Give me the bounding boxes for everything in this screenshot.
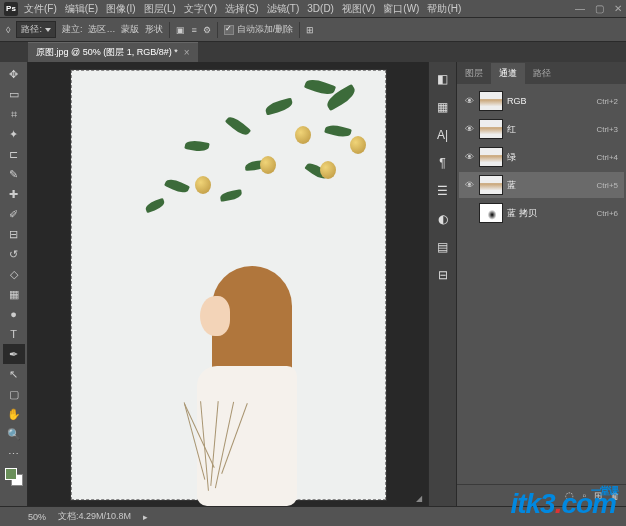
move-tool[interactable]: ✥ <box>3 64 25 84</box>
minimize-icon[interactable]: — <box>575 3 585 14</box>
channel-name: 绿 <box>507 151 516 164</box>
channel-shortcut: Ctrl+6 <box>596 209 618 218</box>
zoom-tool[interactable]: 🔍 <box>3 424 25 444</box>
channel-shortcut: Ctrl+4 <box>596 153 618 162</box>
document-canvas[interactable] <box>71 70 386 500</box>
tool-preset-icon[interactable]: ◊ <box>6 25 10 35</box>
quick-select-tool[interactable]: ✦ <box>3 124 25 144</box>
path-select-tool[interactable]: ↖ <box>3 364 25 384</box>
channels-list: 👁RGBCtrl+2👁红Ctrl+3👁绿Ctrl+4👁蓝Ctrl+5蓝 拷贝Ct… <box>457 84 626 230</box>
right-panels: 图层 通道 路径 👁RGBCtrl+2👁红Ctrl+3👁绿Ctrl+4👁蓝Ctr… <box>456 62 626 506</box>
tab-layers[interactable]: 图层 <box>457 63 491 84</box>
app-logo: Ps <box>4 2 18 16</box>
channel-shortcut: Ctrl+2 <box>596 97 618 106</box>
clone-panel-icon[interactable]: ⊟ <box>434 266 452 284</box>
hand-tool[interactable]: ✋ <box>3 404 25 424</box>
channel-row[interactable]: 👁绿Ctrl+4 <box>459 144 624 170</box>
close-icon[interactable]: ✕ <box>614 3 622 14</box>
pen-tool[interactable]: ✒ <box>3 344 25 364</box>
channel-row[interactable]: 👁蓝Ctrl+5 <box>459 172 624 198</box>
document-tabs: 原图.jpg @ 50% (图层 1, RGB/8#) * × <box>0 42 626 62</box>
path-align-icon[interactable]: ≡ <box>191 25 196 35</box>
menu-layer[interactable]: 图层(L) <box>144 2 176 16</box>
panel-tabs: 图层 通道 路径 <box>457 62 626 84</box>
heal-tool[interactable]: ✚ <box>3 184 25 204</box>
channel-row[interactable]: 👁红Ctrl+3 <box>459 116 624 142</box>
visibility-icon[interactable]: 👁 <box>463 152 475 162</box>
history-brush-tool[interactable]: ↺ <box>3 244 25 264</box>
channel-name: 蓝 <box>507 179 516 192</box>
stamp-tool[interactable]: ⊟ <box>3 224 25 244</box>
path-mode-dropdown[interactable]: 路径: <box>16 21 56 38</box>
color-swatch[interactable] <box>5 468 23 486</box>
adjustment-panel-icon[interactable]: ◐ <box>434 210 452 228</box>
visibility-icon[interactable]: 👁 <box>463 180 475 190</box>
path-op-icon[interactable]: ▣ <box>176 25 185 35</box>
constrain-icon[interactable]: ⊞ <box>306 25 314 35</box>
make-label: 建立: <box>62 23 83 36</box>
rect-tool[interactable]: ▢ <box>3 384 25 404</box>
channel-thumbnail <box>479 147 503 167</box>
path-label: 路径: <box>21 23 42 36</box>
paragraph-panel-icon[interactable]: ¶ <box>434 154 452 172</box>
foreground-color[interactable] <box>5 468 17 480</box>
auto-add-checkbox[interactable] <box>224 25 234 35</box>
mask-button[interactable]: 蒙版 <box>121 23 139 36</box>
zoom-level[interactable]: 50% <box>28 512 46 522</box>
visibility-icon[interactable]: 👁 <box>463 124 475 134</box>
document-tab[interactable]: 原图.jpg @ 50% (图层 1, RGB/8#) * × <box>28 42 198 62</box>
blur-tool[interactable]: ● <box>3 304 25 324</box>
notes-panel-icon[interactable]: ▤ <box>434 238 452 256</box>
history-panel-icon[interactable]: ☰ <box>434 182 452 200</box>
brush-tool[interactable]: ✐ <box>3 204 25 224</box>
menu-edit[interactable]: 编辑(E) <box>65 2 98 16</box>
auto-add-label: 自动添加/删除 <box>237 24 294 34</box>
eraser-tool[interactable]: ◇ <box>3 264 25 284</box>
gradient-tool[interactable]: ▦ <box>3 284 25 304</box>
selection-button[interactable]: 选区… <box>88 23 115 36</box>
collapsed-panel-dock: ◧ ▦ A| ¶ ☰ ◐ ▤ ⊟ <box>428 62 456 506</box>
menu-image[interactable]: 图像(I) <box>106 2 135 16</box>
tab-close-icon[interactable]: × <box>184 47 190 58</box>
gear-icon[interactable]: ⚙ <box>203 25 211 35</box>
menu-type[interactable]: 文字(Y) <box>184 2 217 16</box>
channel-thumbnail <box>479 91 503 111</box>
canvas-area[interactable]: ◢ <box>28 62 428 506</box>
tab-channels[interactable]: 通道 <box>491 63 525 84</box>
menu-filter[interactable]: 滤镜(T) <box>267 2 300 16</box>
dodge-tool[interactable]: T <box>3 324 25 344</box>
char-panel-icon[interactable]: A| <box>434 126 452 144</box>
color-panel-icon[interactable]: ◧ <box>434 70 452 88</box>
chevron-down-icon <box>45 28 51 32</box>
menu-view[interactable]: 视图(V) <box>342 2 375 16</box>
menu-select[interactable]: 选择(S) <box>225 2 258 16</box>
options-bar: ◊ 路径: 建立: 选区… 蒙版 形状 ▣ ≡ ⚙ 自动添加/删除 ⊞ <box>0 18 626 42</box>
channel-name: 红 <box>507 123 516 136</box>
menu-help[interactable]: 帮助(H) <box>427 2 461 16</box>
canvas-resize-handle[interactable]: ◢ <box>416 494 426 504</box>
swatches-panel-icon[interactable]: ▦ <box>434 98 452 116</box>
doc-info[interactable]: 文档:4.29M/10.8M <box>58 510 131 523</box>
channel-thumbnail <box>479 203 503 223</box>
watermark-text: itk3 <box>510 488 554 519</box>
channel-row[interactable]: 蓝 拷贝Ctrl+6 <box>459 200 624 226</box>
shape-button[interactable]: 形状 <box>145 23 163 36</box>
menu-file[interactable]: 文件(F) <box>24 2 57 16</box>
watermark-sub: 一堂课 <box>591 484 618 498</box>
marquee-tool[interactable]: ▭ <box>3 84 25 104</box>
channel-row[interactable]: 👁RGBCtrl+2 <box>459 88 624 114</box>
channel-shortcut: Ctrl+5 <box>596 181 618 190</box>
maximize-icon[interactable]: ▢ <box>595 3 604 14</box>
channel-shortcut: Ctrl+3 <box>596 125 618 134</box>
visibility-icon[interactable]: 👁 <box>463 96 475 106</box>
menubar: Ps 文件(F) 编辑(E) 图像(I) 图层(L) 文字(Y) 选择(S) 滤… <box>0 0 626 18</box>
doc-title: 原图.jpg @ 50% (图层 1, RGB/8#) * <box>36 46 178 59</box>
tab-paths[interactable]: 路径 <box>525 63 559 84</box>
lasso-tool[interactable]: ⌗ <box>3 104 25 124</box>
crop-tool[interactable]: ⊏ <box>3 144 25 164</box>
statusbar-chevron-icon[interactable]: ▸ <box>143 512 148 522</box>
menu-window[interactable]: 窗口(W) <box>383 2 419 16</box>
edit-toolbar[interactable]: ⋯ <box>3 444 25 464</box>
eyedropper-tool[interactable]: ✎ <box>3 164 25 184</box>
menu-3d[interactable]: 3D(D) <box>307 3 334 14</box>
